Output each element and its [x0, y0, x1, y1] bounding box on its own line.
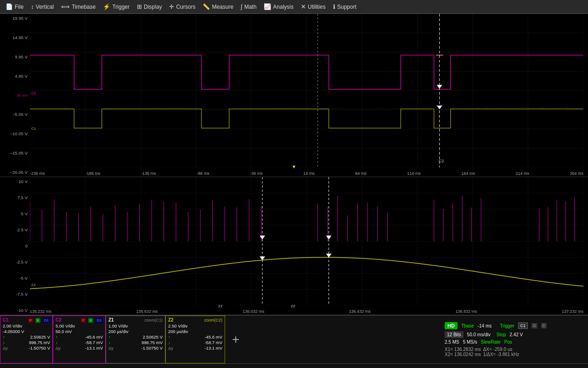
c1-badge-f: F: [28, 318, 33, 323]
stop-label: Stop: [497, 332, 506, 337]
c2-name-label: C2: [56, 317, 62, 322]
ms-label: 2.5 MS: [445, 339, 459, 345]
utilities-icon: ✕: [301, 3, 306, 10]
c2-vdiv: 5.00 V/div: [56, 323, 75, 328]
analysis-icon: 📈: [264, 3, 271, 10]
c1-offset: -4.05000 V: [3, 329, 24, 334]
c2-info-box: C2 F B D1 5.00 V/div 50.0 mV ↑ -45.6 mV …: [53, 316, 106, 363]
c1-vdiv: 2.00 V/div: [3, 323, 22, 328]
menu-vertical[interactable]: ↕ Vertical: [27, 2, 57, 12]
z1-down-val: 998.75 mV: [141, 340, 163, 345]
timebase-icon: ⟺: [61, 3, 70, 10]
lower-x-axis: 135.232 ms 135.632 ms 136.032 ms 136.432…: [30, 309, 583, 314]
c2-arrow-up-icon: ↑: [56, 334, 58, 339]
upper-y-axis: 19.95 V 14.95 V 9.95 V 4.95 V –50 mV –5.…: [0, 14, 30, 177]
c2-up-val: -45.6 mV: [85, 334, 103, 339]
z2-channel-label: Z2: [31, 283, 35, 287]
z2-info-box: Z2 zoom(C2) 2.50 V/div 200 µs/div ↑ -45.…: [165, 316, 225, 363]
menu-file[interactable]: 📄 File: [2, 2, 27, 12]
smpl-rate: 50.0 ms/div: [467, 332, 491, 337]
c2-down-val: -58.7 mV: [85, 340, 103, 345]
c1-down-val: 998.75 mV: [29, 340, 50, 345]
slewrate-label: SlewRate: [481, 339, 501, 345]
c1-name-label: C1: [3, 317, 9, 322]
z1-info-box: Z1 zoom(C1) 1.00 V/div 200 µs/div ↑ 2.50…: [106, 316, 165, 363]
math-icon: ∫: [241, 3, 243, 10]
z2-name-label: Z2: [168, 317, 174, 322]
x1-label: X1= 136.2832 ms: [445, 347, 481, 352]
hd-badge: HD: [445, 322, 458, 329]
trigger-d: D: [531, 323, 537, 328]
cursors-icon: ✛: [169, 3, 174, 10]
menu-measure[interactable]: 📏 Measure: [199, 2, 237, 12]
menu-display[interactable]: ⊞ Display: [133, 2, 165, 12]
c1-up-val: 2.50625 V: [30, 334, 50, 339]
lower-y-axis: 10 V 7.5 V 5 V 2.5 V 0 -2.5 V -5 V -7.5 …: [0, 177, 30, 315]
z2-cursor-right-label: Z2: [291, 304, 295, 308]
menu-support[interactable]: ℹ Support: [329, 2, 360, 12]
vertical-icon: ↕: [31, 3, 34, 10]
c1-channel-label: C1: [31, 126, 36, 131]
lower-waveform-canvas: [30, 177, 583, 305]
z1-arrow-down-icon: ↓: [108, 340, 111, 345]
z2-up-val: -45.6 mV: [204, 334, 222, 339]
z1-vdiv: 1.00 V/div: [108, 323, 128, 328]
z2-dy-val: -13.1 mV: [204, 345, 222, 351]
mss-label: 5 MS/s: [463, 339, 477, 345]
z2-tdiv: 200 µs/div: [168, 329, 188, 334]
file-icon: 📄: [6, 3, 13, 10]
z1-dy-val: -1.50750 V: [141, 345, 163, 351]
c2-dy-val: -13.1 mV: [85, 345, 103, 351]
c2-offset: 50.0 mV: [56, 329, 72, 334]
c1-dy-label: Δy: [3, 345, 8, 351]
z2-arrow-up-icon: ↑: [168, 334, 170, 339]
c1-info-box: C1 F B D1 2.00 V/div -4.05000 V ↑ 2.5062…: [0, 316, 53, 363]
z2-dy-label: Δy: [168, 345, 173, 351]
measure-icon: 📏: [203, 3, 210, 10]
c1-arrow-down-icon: ↓: [3, 340, 5, 345]
trigger-marker: ▼: [292, 164, 296, 169]
c2-badge-f: F: [81, 318, 86, 323]
z1-dy-label: Δy: [108, 345, 113, 351]
c1-dy-val: -1.50750 V: [29, 345, 50, 351]
z1-arrow-up-icon: ↑: [108, 334, 111, 339]
z2-down-val: -58.7 mV: [204, 340, 222, 345]
c1-badge-b: B: [35, 318, 40, 323]
z2-vdiv: 2.50 V/div: [168, 323, 187, 328]
upper-waveform-canvas: [30, 14, 583, 167]
menu-cursors[interactable]: ✛ Cursors: [165, 2, 199, 12]
dx-label: ΔX= -259.0 us: [483, 347, 513, 352]
menubar: 📄 File ↕ Vertical ⟺ Timebase ⚡ Trigger ⊞…: [0, 0, 588, 14]
menu-analysis[interactable]: 📈 Analysis: [260, 2, 297, 12]
add-channel-button[interactable]: +: [225, 316, 246, 363]
trigger-c: C: [541, 323, 547, 328]
inv-dx-label: 1/ΔX= -3.861 kHz: [483, 352, 520, 357]
upper-panel[interactable]: 19.95 V 14.95 V 9.95 V 4.95 V –50 mV –5.…: [0, 14, 588, 177]
z2-zoom-label: zoom(C2): [204, 318, 222, 322]
bottom-panel: C1 F B D1 2.00 V/div -4.05000 V ↑ 2.5062…: [0, 315, 588, 363]
tbase-label: Tbase: [461, 323, 474, 328]
status-bar: TELEDYNE LECROY 11/13/2023 6:10:40 AM: [0, 363, 588, 368]
upper-x-axis: -236 ms -186 ms -136 ms -86 ms -36 ms 14…: [30, 171, 583, 176]
c2-badge-d: D1: [96, 318, 103, 323]
trigger-label: Trigger: [500, 323, 514, 328]
lower-panel[interactable]: 10 V 7.5 V 5 V 2.5 V 0 -2.5 V -5 V -7.5 …: [0, 177, 588, 315]
pos-label: Pos: [504, 339, 512, 345]
menu-timebase[interactable]: ⟺ Timebase: [57, 2, 99, 12]
z1-up-val: 2.50625 V: [143, 334, 163, 339]
menu-trigger[interactable]: ⚡ Trigger: [99, 2, 133, 12]
c1-badge-d: D1: [43, 318, 50, 323]
menu-utilities[interactable]: ✕ Utilities: [297, 2, 329, 12]
c2-cursor-label: C2: [439, 159, 444, 163]
display-icon: ⊞: [137, 3, 142, 10]
support-icon: ℹ: [333, 3, 335, 10]
c2-arrow-down-icon: ↓: [56, 340, 58, 345]
trigger-icon: ⚡: [103, 3, 110, 10]
stop-val: 2.42 V: [509, 332, 523, 337]
z1-name-label: Z1: [108, 317, 114, 322]
trigger-indicators: C1: [518, 322, 528, 329]
x2-label: X2= 136.0242 ms: [445, 352, 481, 357]
c2-badge-b: B: [88, 318, 93, 323]
c2-channel-label: C2: [31, 91, 36, 95]
menu-math[interactable]: ∫ Math: [237, 2, 260, 12]
